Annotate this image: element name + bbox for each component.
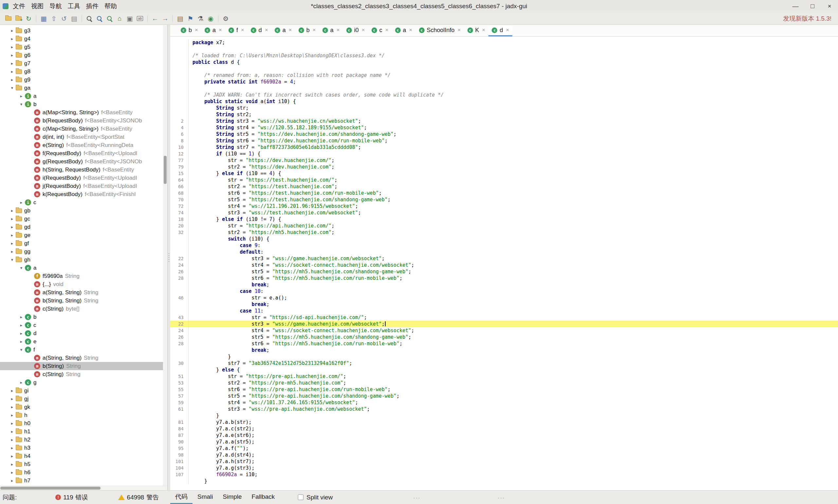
- code-line[interactable]: /* JADX WARN: Can't fix incorrect switch…: [170, 92, 838, 98]
- code-line[interactable]: 12 if (i10 == 1) {: [170, 150, 838, 157]
- code-line[interactable]: 64 str = "https://test.huachenjie.com/";: [170, 177, 838, 183]
- quark-icon[interactable]: ◉: [206, 14, 216, 23]
- tree-item[interactable]: ▸gb: [0, 206, 167, 215]
- editor-tab-i0[interactable]: ci0×: [343, 25, 368, 36]
- editor-tab-a[interactable]: ca×: [201, 25, 225, 36]
- search-class-icon[interactable]: [94, 14, 104, 23]
- code-line[interactable]: 10 String str7 = "baff872373d605e61dab33…: [170, 144, 838, 150]
- tree-item[interactable]: mh(String, RequestBody)f<BaseEntity: [0, 166, 167, 174]
- tree-item[interactable]: mb(String, String)String: [0, 296, 167, 305]
- errors-badge[interactable]: ! 119 错误: [55, 493, 88, 502]
- tree-item[interactable]: ▸gj: [0, 395, 167, 403]
- tree-item[interactable]: mc(Map<String, String>)f<BaseEntity: [0, 125, 167, 133]
- tree-item[interactable]: ▸h4: [0, 452, 167, 460]
- tree-item[interactable]: ▾cf: [0, 346, 167, 354]
- tree-item[interactable]: ▸ia: [0, 92, 167, 100]
- collapse-arrow-icon[interactable]: ▾: [8, 257, 16, 262]
- tab-close-icon[interactable]: ×: [219, 27, 222, 33]
- expand-arrow-icon[interactable]: ▸: [18, 331, 25, 336]
- tab-close-icon[interactable]: ×: [241, 27, 244, 33]
- expand-arrow-icon[interactable]: ▸: [8, 77, 16, 82]
- code-line[interactable]: 90 y7.a.a(str5);: [170, 438, 838, 445]
- editor-tab-d[interactable]: cd×: [248, 25, 271, 36]
- tree-item[interactable]: mb(RequestBody)f<BaseEntity<JSONOb: [0, 116, 167, 125]
- code-line[interactable]: [170, 66, 838, 72]
- search-comment-icon[interactable]: [104, 14, 114, 23]
- collapse-arrow-icon[interactable]: ▾: [18, 347, 25, 352]
- tree-item[interactable]: ▸h5: [0, 460, 167, 468]
- code-line[interactable]: 72 str4 = "ws://121.196.201.96:9155/webs…: [170, 203, 838, 210]
- tree-item[interactable]: ma(String, String)String: [0, 288, 167, 296]
- code-line[interactable]: case 10:: [170, 288, 838, 294]
- menu-item-5[interactable]: 帮助: [102, 0, 120, 12]
- code-line[interactable]: 43 str = "https://sd-api.huachenjie.com/…: [170, 314, 838, 321]
- tree-item[interactable]: ▸h7: [0, 476, 167, 485]
- split-view-label[interactable]: Split view: [306, 494, 333, 501]
- tree-item[interactable]: ▸gd: [0, 223, 167, 231]
- export-icon[interactable]: ⇧: [49, 14, 59, 23]
- tree-item[interactable]: ▸cb: [0, 313, 167, 321]
- expand-arrow-icon[interactable]: ▸: [18, 339, 25, 344]
- expand-arrow-icon[interactable]: ▸: [18, 94, 25, 98]
- expand-arrow-icon[interactable]: ▸: [18, 380, 25, 385]
- editor-tab-f[interactable]: cf×: [225, 25, 248, 36]
- tree-item[interactable]: md(int, int)f<BaseEntity<SportStat: [0, 133, 167, 141]
- expand-arrow-icon[interactable]: ▸: [8, 53, 16, 58]
- code-line[interactable]: 26 str5 = "https://mh5.huachenjie.com/sh…: [170, 268, 838, 275]
- code-line[interactable]: private static int f66902a = 4;: [170, 78, 838, 85]
- expand-arrow-icon[interactable]: ▸: [8, 396, 16, 401]
- tab-close-icon[interactable]: ×: [482, 27, 485, 33]
- editor-tab-K[interactable]: cK×: [464, 25, 489, 36]
- code-line[interactable]: case 9:: [170, 242, 838, 249]
- expand-arrow-icon[interactable]: ▸: [8, 446, 16, 450]
- expand-arrow-icon[interactable]: ▸: [8, 470, 16, 475]
- tree-item[interactable]: mb(String)String: [0, 362, 167, 370]
- tab-close-icon[interactable]: ×: [289, 27, 292, 33]
- tree-item[interactable]: ▾ib: [0, 100, 167, 108]
- code-line[interactable]: public class d {: [170, 59, 838, 66]
- tree-item[interactable]: ▾ga: [0, 84, 167, 92]
- expand-arrow-icon[interactable]: ▸: [8, 454, 16, 458]
- tree-item[interactable]: ▸h1: [0, 428, 167, 436]
- view-tab-代码[interactable]: 代码: [170, 490, 193, 504]
- sync-icon[interactable]: ↺: [59, 14, 69, 23]
- expand-arrow-icon[interactable]: ▸: [18, 314, 25, 320]
- expand-arrow-icon[interactable]: ▸: [8, 421, 16, 426]
- tree-hscroll-thumb[interactable]: [0, 487, 101, 490]
- tab-close-icon[interactable]: ×: [265, 27, 268, 33]
- menu-item-3[interactable]: 工具: [65, 0, 83, 12]
- expand-arrow-icon[interactable]: ▸: [8, 69, 16, 74]
- code-line[interactable]: [170, 85, 838, 92]
- tree-item[interactable]: ▸g4: [0, 35, 167, 43]
- editor-tab-SchoolInfo[interactable]: cSchoolInfo×: [416, 25, 464, 36]
- tree-item[interactable]: ma(String, String)String: [0, 354, 167, 362]
- code-line[interactable]: break;: [170, 282, 838, 288]
- tree-item[interactable]: mg(RequestBody)f<BaseEntity<JSONOb: [0, 158, 167, 166]
- tab-close-icon[interactable]: ×: [337, 27, 340, 33]
- expand-arrow-icon[interactable]: ▸: [8, 462, 16, 467]
- editor-tab-a[interactable]: ca×: [271, 25, 295, 36]
- code-line[interactable]: 24 str4 = "wss://socket-connect.huachenj…: [170, 327, 838, 334]
- panel-splitter[interactable]: [167, 25, 170, 490]
- code-line[interactable]: [170, 46, 838, 52]
- expand-arrow-icon[interactable]: ▸: [8, 233, 16, 238]
- code-line[interactable]: public static void a(int i10) {: [170, 98, 838, 105]
- code-line[interactable]: 104 y7.a.g(str3);: [170, 465, 838, 471]
- expand-arrow-icon[interactable]: ▸: [8, 28, 16, 33]
- nav-back-icon[interactable]: ←: [150, 14, 160, 23]
- tree-item[interactable]: ▸cc: [0, 321, 167, 329]
- main-activity-icon[interactable]: ⌂: [114, 14, 125, 23]
- code-line[interactable]: }: [170, 354, 838, 360]
- add-files-icon[interactable]: +: [14, 14, 23, 23]
- code-line[interactable]: 81 y7.a.b(str);: [170, 419, 838, 426]
- expand-arrow-icon[interactable]: ▸: [8, 224, 16, 230]
- preferences-icon[interactable]: ⚙: [221, 14, 231, 23]
- expand-arrow-icon[interactable]: ▸: [8, 44, 16, 50]
- tab-close-icon[interactable]: ×: [458, 27, 461, 33]
- warnings-badge[interactable]: 64998 警告: [118, 493, 159, 502]
- code-line[interactable]: } else {: [170, 366, 838, 373]
- tree-item[interactable]: ▸gk: [0, 403, 167, 411]
- code-line[interactable]: 70 str5 = "https://test.huachenjie.com/s…: [170, 196, 838, 203]
- nav-forward-icon[interactable]: →: [160, 14, 170, 23]
- editor-tab-c[interactable]: cc×: [368, 25, 392, 36]
